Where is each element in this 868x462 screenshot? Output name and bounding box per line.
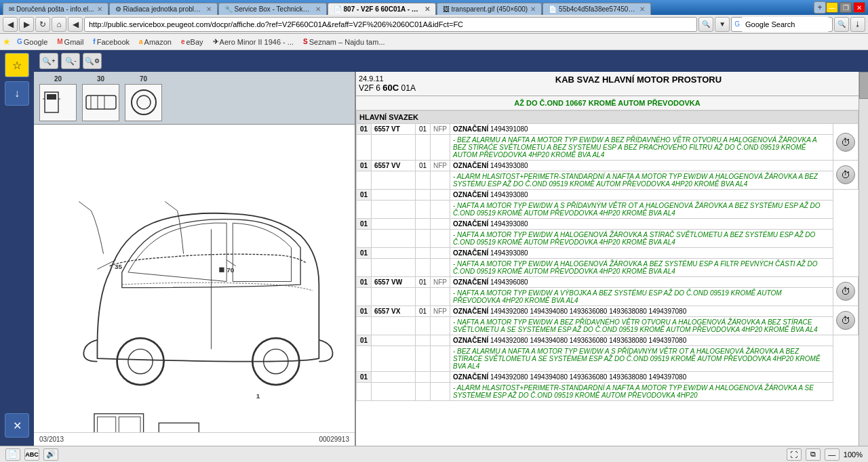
part-desc: - BEZ ALARMU A NAFTA A MOTOR TYP EW/DW A… bbox=[450, 346, 833, 372]
svg-text:70: 70 bbox=[226, 266, 235, 274]
timer-button[interactable]: ⏱ bbox=[836, 311, 855, 330]
bookmark-aero-minor-ii-1946---...[interactable]: ✈Aero Minor II 1946 - ... bbox=[210, 37, 297, 47]
part-desc: - ALARM HLASITOST+PERIMETR-STANDARDNÍ A … bbox=[450, 383, 833, 401]
tab-close-tab6[interactable]: ✕ bbox=[639, 5, 645, 13]
thumbnail-70[interactable]: 70 bbox=[125, 75, 162, 121]
part-oznaceni: OZNAČENÍ 1494393080 bbox=[450, 190, 833, 201]
download-toolbar-btn[interactable]: ↓ bbox=[5, 81, 29, 106]
tab-close-tab5[interactable]: ✕ bbox=[530, 5, 536, 13]
zoom-out-button[interactable]: 🔍- bbox=[61, 53, 80, 69]
info-header: 24.9.11 V2F 6 60C 01A KAB SVAZ HLAVNÍ MO… bbox=[356, 72, 859, 96]
part-desc: - NAFTA A MOTOR TYP EW/DW A HALOGENOVÁ Ž… bbox=[450, 230, 833, 248]
table-desc-row: - NAFTA A MOTOR TYP EW/DW A VÝBOJKA A BE… bbox=[357, 288, 859, 306]
part-row-num: 01 bbox=[357, 277, 372, 288]
table-desc-row: - ALARM HLASITOST+PERIMETR-STANDARDNÍ A … bbox=[357, 171, 859, 190]
tab-close-tab1[interactable]: ✕ bbox=[97, 5, 102, 13]
restore-button[interactable]: ❐ bbox=[840, 2, 852, 13]
url-input[interactable] bbox=[84, 17, 697, 32]
table-row: 01 OZNAČENÍ 1494393080 bbox=[357, 219, 859, 230]
tab-tab1[interactable]: ✉Doručená pošta - info.el...✕ bbox=[3, 3, 108, 15]
app-container: ☆ ↓ ✕ 🔍+ 🔍- 🔍⚙ 20 bbox=[0, 50, 868, 446]
bookmark-facebook[interactable]: fFacebook bbox=[90, 37, 133, 47]
tab-close-tab3[interactable]: ✕ bbox=[315, 5, 321, 13]
diagram-area: 35 70 1 15 36 37 bbox=[34, 125, 355, 432]
reload-button[interactable]: ↻ bbox=[35, 17, 50, 32]
bookmark-google[interactable]: GGoogle bbox=[14, 37, 51, 47]
status-icons-right: ⛶ ⧉ — 100% bbox=[787, 448, 863, 461]
table-desc-row: - NAFTA A MOTOR TYP EW/DW A HALOGENOVÁ Ž… bbox=[357, 230, 859, 248]
back-button[interactable]: ◀ bbox=[3, 17, 18, 32]
scrollbar[interactable] bbox=[859, 72, 868, 446]
diagram-svg: 35 70 1 15 36 37 bbox=[34, 125, 355, 432]
svg-rect-1 bbox=[47, 94, 56, 100]
timer-button[interactable]: ⏱ bbox=[836, 282, 855, 301]
part-ref: 6557 VT bbox=[372, 124, 416, 135]
bookmarks-bar: ★ GGoogleMGmailfFacebookaAmazoneeBay✈Aer… bbox=[0, 34, 868, 50]
code-bold: 60C bbox=[382, 83, 399, 93]
part-oznaceni: OZNAČENÍ 1494393080 bbox=[450, 219, 833, 230]
tab-close-tab2[interactable]: ✕ bbox=[206, 5, 212, 13]
part-row-num: 01 bbox=[357, 306, 372, 317]
new-tab-button[interactable]: + bbox=[814, 1, 826, 14]
table-desc-row: - BEZ ALARMU A NAFTA A MOTOR TYP EW/DW A… bbox=[357, 135, 859, 161]
status-bar: 📄 ABC 🔊 ⛶ ⧉ — 100% bbox=[0, 446, 868, 462]
scrollbar-thumb[interactable] bbox=[859, 72, 868, 99]
main-split: 🔍+ 🔍- 🔍⚙ 20 bbox=[34, 50, 868, 446]
bookmark-seznam-–-najdu-tam...[interactable]: SSeznam – Najdu tam... bbox=[300, 37, 389, 47]
svg-point-11 bbox=[128, 349, 153, 373]
bookmark-ebay[interactable]: eeBay bbox=[178, 37, 207, 47]
tab-tab6[interactable]: 📄55b4c4d5fa38ee5745040...✕ bbox=[542, 3, 651, 15]
tab-close-tab4[interactable]: ✕ bbox=[425, 5, 430, 13]
thumbnail-30[interactable]: 30 bbox=[82, 75, 119, 121]
star-icon: ★ bbox=[3, 37, 11, 47]
status-page-icon[interactable]: 📄 bbox=[5, 448, 20, 461]
part-oznaceni: OZNAČENÍ 1494396080 bbox=[450, 277, 833, 288]
date-code-block: 24.9.11 V2F 6 60C 01A bbox=[359, 75, 416, 93]
part-nfp: NFP bbox=[431, 306, 450, 317]
search-input[interactable] bbox=[741, 17, 829, 32]
tab-tab2[interactable]: ⚙Riadiaca jednotka proble...✕ bbox=[109, 3, 218, 15]
search-magnifier[interactable]: 🔍 bbox=[834, 17, 849, 32]
bookmark-gmail[interactable]: MGmail bbox=[54, 37, 87, 47]
forward-button[interactable]: ▶ bbox=[19, 17, 34, 32]
table-row: 01 6557 VX01NFP OZNAČENÍ 1494392080 1494… bbox=[357, 306, 859, 317]
info-date: 24.9.11 bbox=[359, 75, 416, 83]
tab-tab5[interactable]: 🖼transparent.gif (450×600)✕ bbox=[437, 3, 542, 15]
part-oznaceni: OZNAČENÍ 1494393080 bbox=[450, 248, 833, 259]
timer-button[interactable]: ⏱ bbox=[836, 133, 855, 152]
status-sound-icon[interactable]: 🔊 bbox=[43, 448, 58, 461]
bookmark-amazon[interactable]: aAmazon bbox=[136, 37, 175, 47]
favorites-toolbar-btn[interactable]: ☆ bbox=[5, 53, 29, 77]
status-abc-icon[interactable]: ABC bbox=[24, 448, 39, 461]
info-panel: 24.9.11 V2F 6 60C 01A KAB SVAZ HLAVNÍ MO… bbox=[356, 72, 859, 446]
history-button[interactable]: ◀ bbox=[68, 17, 83, 32]
left-toolbar: ☆ ↓ ✕ bbox=[0, 50, 34, 446]
tab-tab4[interactable]: 📄807 - V2F 6 60C01A - KAB ...✕ bbox=[328, 3, 436, 15]
zoom-in-button[interactable]: 🔍+ bbox=[39, 53, 58, 69]
part-qty: 01 bbox=[416, 306, 431, 317]
url-go-button[interactable]: 🔍 bbox=[698, 17, 713, 32]
table-row: 01 OZNAČENÍ 1494392080 1494394080 149363… bbox=[357, 372, 859, 383]
part-oznaceni: OZNAČENÍ 1494391080 bbox=[450, 124, 833, 135]
thumbnail-20[interactable]: 20 bbox=[39, 75, 77, 121]
thumbnail-strip: 20 30 bbox=[34, 72, 355, 125]
browser-content: ☆ ↓ ✕ 🔍+ 🔍- 🔍⚙ 20 bbox=[0, 50, 868, 446]
part-nfp: NFP bbox=[431, 277, 450, 288]
status-layout-icon[interactable]: ⧉ bbox=[806, 448, 821, 461]
url-options-button[interactable]: ▼ bbox=[715, 17, 730, 32]
home-button[interactable]: ⌂ bbox=[52, 17, 66, 32]
close-toolbar-btn[interactable]: ✕ bbox=[5, 413, 29, 438]
zoom-level: 100% bbox=[844, 450, 863, 459]
timer-button[interactable]: ⏱ bbox=[836, 165, 855, 184]
table-desc-row: - NAFTA A MOTOR TYP EW/DW A HALOGENOVÁ Ž… bbox=[357, 259, 859, 277]
page-title: KAB SVAZ HLAVNÍ MOTOR PROSTORU bbox=[421, 75, 856, 93]
nav-tools[interactable]: ⭳ bbox=[850, 17, 865, 32]
title-bar: ✉Doručená pošta - info.el...✕⚙Riadiaca j… bbox=[0, 0, 868, 15]
part-qty: 01 bbox=[416, 161, 431, 171]
zoom-options-button[interactable]: 🔍⚙ bbox=[83, 53, 102, 69]
minimize-button[interactable]: — bbox=[826, 2, 838, 13]
close-button[interactable]: ✕ bbox=[853, 2, 865, 13]
thumb-svg-20 bbox=[41, 85, 75, 119]
status-monitor-icon[interactable]: ⛶ bbox=[787, 448, 802, 461]
tab-tab3[interactable]: 🔧Service Box - Technická ...✕ bbox=[218, 3, 327, 15]
